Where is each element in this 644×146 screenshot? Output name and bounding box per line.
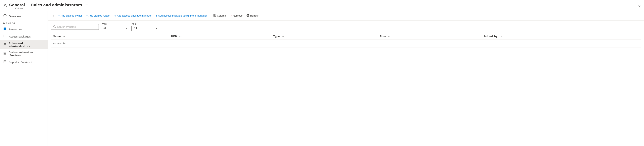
svg-point-19 [53,26,55,27]
toolbar-divider [210,14,210,18]
col-type[interactable]: Type ↑↓ [272,33,378,40]
add-access-package-assignment-manager-label: Add access package assignment manager [158,14,207,17]
ellipsis-menu[interactable]: ··· [85,3,88,7]
sidebar-item-reports[interactable]: Reports (Preview) [0,58,48,66]
resources-icon [3,27,7,31]
remove-button[interactable]: ✕ Remove [228,13,244,18]
role-filter-value: All [134,27,150,30]
sidebar-item-access-packages-label: Access packages [9,35,31,38]
table-header-row: Name ↑↓ UPN ↑↓ Type ↑↓ Role [51,33,641,40]
plus-icon: + [114,14,116,17]
user-icon [3,4,7,9]
sidebar-item-overview[interactable]: i Overview [0,13,48,20]
svg-rect-18 [215,14,216,17]
add-catalog-reader-label: Add catalog reader [88,14,110,17]
close-button[interactable]: ✕ [638,5,641,8]
roles-icon [3,43,7,47]
sidebar-item-custom-extensions[interactable]: Custom extensions (Preview) [0,49,48,58]
svg-rect-6 [5,29,6,30]
search-input[interactable] [57,25,96,28]
add-access-package-assignment-manager-button[interactable]: + Add access package assignment manager [154,13,208,18]
type-filter-dropdown[interactable]: All ▾ [101,26,129,31]
title-separator: | [27,3,29,7]
refresh-label: Refresh [250,14,259,17]
no-results-text: No results [51,40,641,48]
sidebar-item-resources-label: Resources [9,28,22,31]
breadcrumb-catalog: Catalog [15,7,88,10]
collapse-sidebar-button[interactable]: « [51,13,56,18]
role-chevron-icon: ▾ [156,27,157,30]
main-layout: i Overview Manage Resources [0,11,644,146]
custom-extensions-icon [3,52,6,56]
name-sort-icon[interactable]: ↑↓ [63,36,65,37]
column-button[interactable]: Column [212,13,228,18]
access-packages-icon [3,35,7,39]
sidebar-item-access-packages[interactable]: Access packages [0,33,48,40]
type-chevron-icon: ▾ [126,27,127,30]
table-container: Name ↑↓ UPN ↑↓ Type ↑↓ Role [48,33,644,146]
svg-point-10 [4,43,6,44]
page-header: General | Roles and administrators ··· C… [0,0,644,11]
svg-rect-5 [4,29,5,30]
svg-rect-3 [4,28,5,29]
add-catalog-owner-button[interactable]: + Add catalog owner [57,13,84,18]
plus-icon: + [58,14,60,17]
col-name[interactable]: Name ↑↓ [51,33,170,40]
svg-line-20 [55,27,56,28]
add-access-package-manager-label: Add access package manager [117,14,152,17]
svg-point-0 [4,5,6,6]
filters-row: Type All ▾ Role All ▾ [48,21,644,33]
role-sort-icon[interactable]: ↑↓ [388,36,390,37]
type-sort-icon[interactable]: ↑↓ [282,36,284,37]
search-icon [53,25,56,29]
added-by-sort-icon[interactable]: ↑↓ [499,36,502,37]
sidebar-item-roles-label: Roles and administrators [9,42,44,48]
sidebar-item-reports-label: Reports (Preview) [9,61,32,64]
table-body: No results [51,40,641,48]
no-results-row: No results [51,40,641,48]
toolbar: « + Add catalog owner + Add catalog read… [48,11,644,21]
type-filter-group: Type All ▾ [101,23,129,31]
sidebar-item-overview-label: Overview [9,15,21,18]
col-upn[interactable]: UPN ↑↓ [170,33,272,40]
col-added-by[interactable]: Added by ↑↓ [482,33,641,40]
role-filter-group: Role All ▾ [132,23,159,31]
plus-icon: + [86,14,88,17]
svg-rect-4 [5,28,6,29]
sidebar-item-custom-extensions-label: Custom extensions (Preview) [8,51,44,57]
column-label: Column [217,14,226,17]
upn-sort-icon[interactable]: ↑↓ [179,36,182,37]
svg-rect-17 [214,14,214,17]
info-icon: i [3,14,7,18]
sidebar-item-roles-and-administrators[interactable]: Roles and administrators [0,40,48,49]
content-area: « + Add catalog owner + Add catalog read… [48,11,644,146]
header-title-group: General | Roles and administrators ··· C… [3,3,88,10]
col-role[interactable]: Role ↑↓ [378,33,482,40]
add-catalog-reader-button[interactable]: + Add catalog reader [84,13,112,18]
type-filter-value: All [103,27,120,30]
svg-rect-7 [4,35,6,37]
remove-icon: ✕ [230,14,232,17]
role-filter-label: Role [132,23,159,25]
catalog-name: General [9,3,25,7]
refresh-button[interactable]: Refresh [245,13,261,18]
roles-table: Name ↑↓ UPN ↑↓ Type ↑↓ Role [51,33,641,48]
role-filter-dropdown[interactable]: All ▾ [132,26,159,31]
type-filter-label: Type [101,23,129,25]
column-icon [214,14,216,17]
sidebar: i Overview Manage Resources [0,11,48,146]
svg-text:i: i [5,15,6,17]
remove-label: Remove [233,14,242,17]
svg-rect-14 [4,60,6,63]
sidebar-item-resources[interactable]: Resources [0,26,48,33]
plus-icon: + [156,14,157,17]
manage-section-label: Manage [0,20,48,26]
search-box[interactable] [51,24,99,30]
add-access-package-manager-button[interactable]: + Add access package manager [113,13,153,18]
reports-icon [3,60,7,64]
refresh-icon [246,14,249,17]
add-catalog-owner-label: Add catalog owner [61,14,82,17]
page-subtitle: Roles and administrators [31,3,82,7]
